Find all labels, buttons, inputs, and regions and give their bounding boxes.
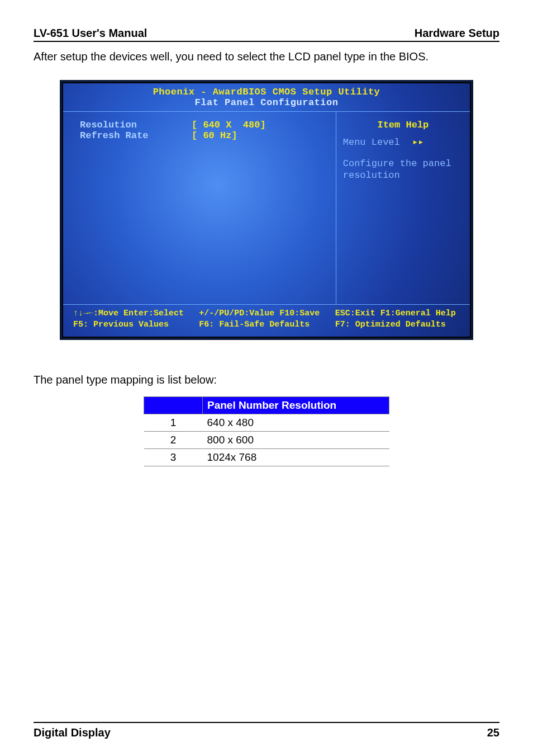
bios-label-resolution: Resolution [80, 120, 192, 130]
mapping-heading: The panel type mapping is list below: [34, 374, 499, 386]
bios-help-description: Configure the panel resolution [343, 158, 463, 182]
bios-main: Resolution [ 640 X 480] Refresh Rate [ 6… [63, 112, 470, 305]
bios-row-refresh[interactable]: Refresh Rate [ 60 Hz] [80, 130, 330, 141]
intro-paragraph: After setup the devices well, you need t… [34, 49, 499, 64]
table-cell-num: 2 [144, 431, 203, 448]
table-header-resolution: Panel Number Resolution [203, 396, 389, 414]
header-title-left: LV-651 User's Manual [34, 27, 147, 40]
bios-footer: ↑↓→←:Move Enter:Select F5: Previous Valu… [63, 305, 470, 337]
bios-footer-col-2: +/-/PU/PD:Value F10:Save F6: Fail-Safe D… [199, 308, 328, 331]
bios-title: Phoenix - AwardBIOS CMOS Setup Utility F… [63, 83, 470, 112]
table-row: 2 800 x 600 [144, 431, 389, 448]
table-cell-res: 640 x 480 [203, 414, 389, 431]
footer-page-number: 25 [487, 726, 499, 739]
table-cell-num: 1 [144, 414, 203, 431]
page-footer: Digital Display 25 [34, 722, 499, 739]
bios-help-menu-level: Menu Level ▸▸ [343, 136, 463, 148]
table-row: 3 1024x 768 [144, 448, 389, 466]
footer-section-title: Digital Display [34, 726, 111, 739]
bios-title-line-2: Flat Panel Configuration [63, 97, 470, 108]
table-row: 1 640 x 480 [144, 414, 389, 431]
table-cell-res: 1024x 768 [203, 448, 389, 466]
bios-screen: Phoenix - AwardBIOS CMOS Setup Utility F… [62, 82, 471, 338]
bios-screenshot: Phoenix - AwardBIOS CMOS Setup Utility F… [60, 80, 473, 340]
bios-label-refresh: Refresh Rate [80, 130, 192, 141]
bios-footer-optimized: F7: Optimized Defaults [335, 319, 464, 330]
bios-footer-exit: ESC:Exit F1:General Help [335, 308, 464, 319]
panel-mapping-table: Panel Number Resolution 1 640 x 480 2 80… [144, 396, 389, 466]
bios-footer-value: +/-/PU/PD:Value F10:Save [199, 308, 328, 319]
bios-footer-col-1: ↑↓→←:Move Enter:Select F5: Previous Valu… [73, 308, 192, 331]
bios-footer-failsafe: F6: Fail-Safe Defaults [199, 319, 328, 330]
page-header: LV-651 User's Manual Hardware Setup [34, 27, 499, 42]
table-cell-res: 800 x 600 [203, 431, 389, 448]
bios-title-line-1: Phoenix - AwardBIOS CMOS Setup Utility [63, 87, 470, 97]
bios-footer-col-3: ESC:Exit F1:General Help F7: Optimized D… [335, 308, 464, 331]
bios-help-title: Item Help [343, 120, 463, 130]
bios-footer-prev: F5: Previous Values [73, 319, 192, 330]
bios-value-refresh: [ 60 Hz] [192, 130, 237, 141]
bios-row-resolution[interactable]: Resolution [ 640 X 480] [80, 120, 330, 130]
arrow-right-icon: ▸▸ [412, 137, 423, 148]
bios-help-panel: Item Help Menu Level ▸▸ Configure the pa… [336, 112, 470, 304]
bios-help-menu-label: Menu Level [343, 137, 400, 148]
table-header-row: Panel Number Resolution [144, 396, 389, 414]
header-title-right: Hardware Setup [415, 27, 499, 40]
table-header-blank [144, 396, 203, 414]
bios-settings-panel: Resolution [ 640 X 480] Refresh Rate [ 6… [63, 112, 336, 304]
table-cell-num: 3 [144, 448, 203, 466]
bios-value-resolution: [ 640 X 480] [192, 120, 266, 130]
bios-footer-move: ↑↓→←:Move Enter:Select [73, 308, 192, 319]
